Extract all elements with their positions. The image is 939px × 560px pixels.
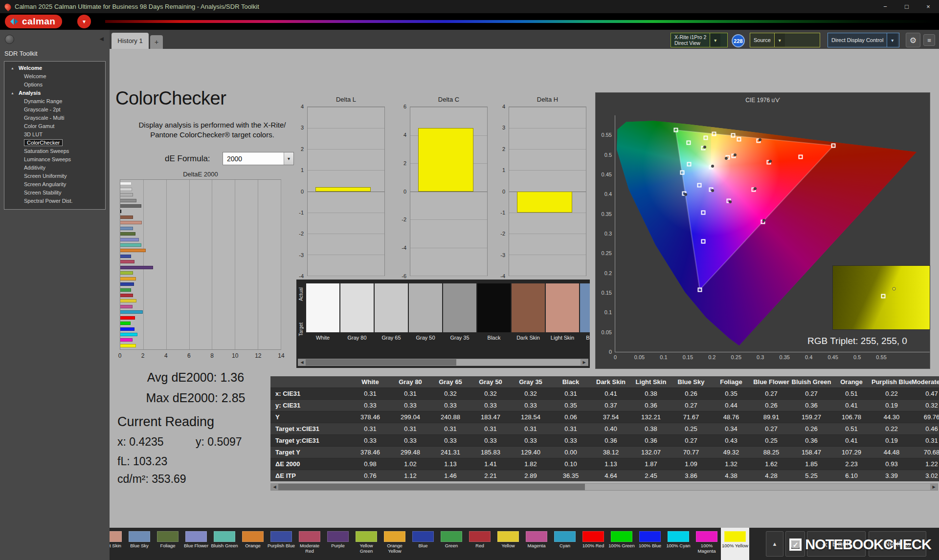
swatch-foliage[interactable]: Foliage xyxy=(154,528,182,560)
sidebar-item-spectral-power-dist[interactable]: Spectral Power Dist. xyxy=(4,197,105,205)
logo-dropdown-button[interactable]: ▾ xyxy=(77,15,91,28)
sidebar-item-additivity[interactable]: Additivity xyxy=(4,164,105,172)
cell: 70.68 xyxy=(912,447,939,458)
back-button[interactable]: « Back xyxy=(807,531,866,557)
cell: 0.41 xyxy=(831,435,872,446)
sidebar-item-color-gamut[interactable]: Color Gamut xyxy=(4,122,105,130)
patch-gray-80[interactable]: Gray 80 xyxy=(340,283,374,347)
sidebar-item-grayscale-2pt[interactable]: Grayscale - 2pt xyxy=(4,106,105,114)
close-button[interactable]: × xyxy=(917,0,939,13)
sidebar-item-grayscale-multi[interactable]: Grayscale - Multi xyxy=(4,114,105,122)
x-tick-label: 2 xyxy=(141,352,145,359)
expand-panel-button[interactable]: ▲ xyxy=(766,531,783,557)
scroll-left-icon[interactable]: ◀ xyxy=(298,359,306,366)
col-header-gray-80: Gray 80 xyxy=(390,376,430,388)
settings-button[interactable]: ⚙ xyxy=(906,33,920,47)
patch-dark-skin[interactable]: Dark Skin xyxy=(512,283,545,347)
cell: 240.88 xyxy=(430,411,470,423)
swatch-blue-flower[interactable]: Blue Flower xyxy=(182,528,210,560)
pattern-window-button[interactable] xyxy=(785,531,805,557)
sidebar-item-3d-lut[interactable]: 3D LUT xyxy=(4,130,105,139)
calman-logo[interactable]: calman xyxy=(5,15,62,28)
sidebar-item-screen-angularity[interactable]: Screen Angularity xyxy=(4,180,105,189)
swatch-purple[interactable]: Purple xyxy=(324,528,352,560)
swatch-cyan[interactable]: Cyan xyxy=(551,528,579,560)
cell: 0.33 xyxy=(470,400,511,411)
reading-marker xyxy=(734,153,737,156)
swatch-moderate-red[interactable]: Moderate Red xyxy=(295,528,324,560)
swatch-label: Blue Sky xyxy=(130,543,149,549)
chevron-down-icon[interactable]: ▾ xyxy=(710,33,720,47)
next-button[interactable]: Next » xyxy=(869,531,926,557)
swatch-blue-sky[interactable]: Blue Sky xyxy=(125,528,154,560)
sidebar-item-welcome[interactable]: Welcome xyxy=(4,72,105,81)
sidebar-item-screen-uniformity[interactable]: Screen Uniformity xyxy=(4,172,105,180)
swatch-100-blue[interactable]: 100% Blue xyxy=(636,528,664,560)
avg-de2000: Avg dE2000: 1.36 xyxy=(110,370,282,385)
de-formula-select[interactable]: 2000 ▾ xyxy=(223,152,294,165)
source-dropdown[interactable]: Source ▾ xyxy=(750,33,820,47)
patch-light-skin[interactable]: Light Skin xyxy=(546,283,579,347)
swatch-bluish-green[interactable]: Bluish Green xyxy=(210,528,239,560)
swatch-100-cyan[interactable]: 100% Cyan xyxy=(664,528,693,560)
x-tick-label: 14 xyxy=(278,352,284,359)
scroll-right-icon[interactable]: ▶ xyxy=(930,484,938,490)
scroll-left-icon[interactable]: ◀ xyxy=(271,484,278,490)
deltae-bar-white xyxy=(120,182,132,185)
patch-scrollbar[interactable]: ◀ ▶ xyxy=(298,359,588,366)
tree-section-welcome[interactable]: ▲Welcome xyxy=(4,64,105,72)
swatch-light-skin[interactable]: Light Skin xyxy=(110,528,125,560)
swatch-purplish-blue[interactable]: Purplish Blue xyxy=(267,528,295,560)
deltae-bar-100-red xyxy=(120,316,135,320)
pattern-icon xyxy=(791,540,800,548)
add-tab-button[interactable]: + xyxy=(150,35,163,49)
maximize-button[interactable]: □ xyxy=(896,0,917,13)
sidebar-item-luminance-sweeps[interactable]: Luminance Sweeps xyxy=(4,155,105,164)
chevron-down-icon[interactable]: ▾ xyxy=(284,152,293,165)
swatch-red[interactable]: Red xyxy=(466,528,494,560)
meter-dropdown[interactable]: X-Rite i1Pro 2 Direct View ▾ xyxy=(671,33,728,47)
table-scrollbar[interactable]: ◀ ▶ xyxy=(270,483,938,491)
minimize-button[interactable]: − xyxy=(874,0,896,13)
tab-history-1[interactable]: History 1 xyxy=(112,33,149,49)
swatch-orange[interactable]: Orange xyxy=(239,528,267,560)
session-button[interactable] xyxy=(5,35,14,44)
patch-blue-sky[interactable]: Blue Sky xyxy=(580,283,590,347)
swatch-magenta[interactable]: Magenta xyxy=(522,528,551,560)
patch-white[interactable]: White xyxy=(306,283,339,347)
sidebar-item-options[interactable]: Options xyxy=(4,81,105,89)
swatch-label: Yellow Green xyxy=(353,543,380,554)
display-control-dropdown[interactable]: Direct Display Control ▾ xyxy=(827,33,899,47)
sidebar-item-screen-stability[interactable]: Screen Stability xyxy=(4,189,105,197)
collapse-sidebar-icon[interactable]: ◀ xyxy=(100,36,104,42)
swatch-yellow[interactable]: Yellow xyxy=(494,528,522,560)
swatch-100-yellow[interactable]: 100% Yellow xyxy=(721,528,749,560)
chevron-down-icon[interactable]: ▾ xyxy=(774,33,785,47)
swatch-100-green[interactable]: 100% Green xyxy=(607,528,636,560)
swatch-blue[interactable]: Blue xyxy=(409,528,437,560)
swatch-yellow-green[interactable]: Yellow Green xyxy=(352,528,380,560)
chevron-down-icon[interactable]: ▾ xyxy=(887,33,897,47)
patch-gray-65[interactable]: Gray 65 xyxy=(375,283,408,347)
patch-gray-35[interactable]: Gray 35 xyxy=(443,283,476,347)
deltae-bar-purple xyxy=(120,266,153,269)
row-label: ΔE ITP xyxy=(270,470,350,481)
scroll-thumb[interactable] xyxy=(306,359,456,366)
swatch-color xyxy=(724,531,746,542)
result-table-head: WhiteGray 80Gray 65Gray 50Gray 35BlackDa… xyxy=(270,376,939,388)
cell: 89.91 xyxy=(751,411,791,423)
tree-section-analysis[interactable]: ▲Analysis xyxy=(4,89,105,97)
scroll-thumb[interactable] xyxy=(278,484,585,490)
patch-black[interactable]: Black xyxy=(477,283,511,347)
sidebar-item-dynamic-range[interactable]: Dynamic Range xyxy=(4,97,105,106)
scroll-right-icon[interactable]: ▶ xyxy=(581,359,588,366)
sidebar-item-colorchecker[interactable]: ColorChecker xyxy=(4,139,105,147)
menu-button[interactable]: ≡ xyxy=(923,34,935,46)
patch-gray-50[interactable]: Gray 50 xyxy=(409,283,442,347)
swatch-100-magenta[interactable]: 100% Magenta xyxy=(693,528,721,560)
sidebar-item-saturation-sweeps[interactable]: Saturation Sweeps xyxy=(4,147,105,155)
swatch-green[interactable]: Green xyxy=(437,528,466,560)
swatch-100-red[interactable]: 100% Red xyxy=(579,528,607,560)
swatch-color xyxy=(110,531,122,542)
swatch-orange-yellow[interactable]: Orange Yellow xyxy=(380,528,409,560)
